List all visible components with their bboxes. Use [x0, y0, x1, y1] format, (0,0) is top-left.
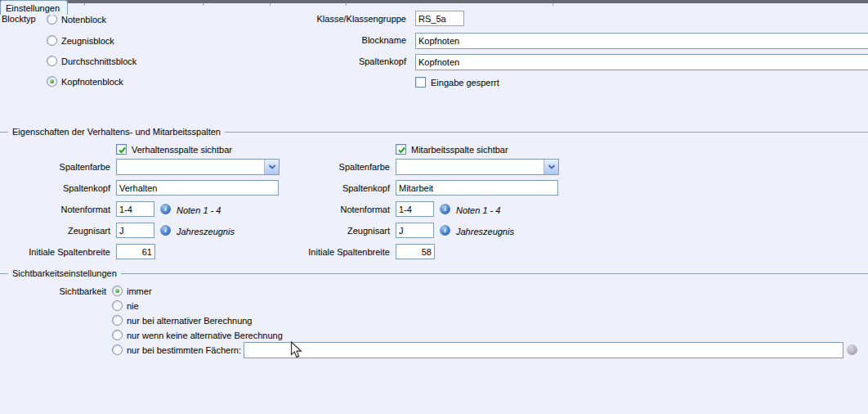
mitarbeitsspalte-sichtbar-checkbox[interactable]	[396, 144, 406, 155]
info-icon: i	[440, 204, 450, 214]
zeugnisart-hint: Jahreszeugnis	[177, 227, 235, 237]
spaltenbreite-input[interactable]	[396, 244, 435, 259]
radio-notenblock-label[interactable]: Notenblock	[61, 15, 106, 25]
properties-group-title: Eigenschaften der Verhaltens- und Mitarb…	[8, 127, 225, 137]
eingabe-gesperrt-checkbox[interactable]	[415, 77, 426, 88]
zeugnisart-hint: Jahreszeugnis	[456, 227, 514, 237]
radio-keine-alternative-label[interactable]: nur wenn keine alternative Berechnung	[127, 331, 283, 341]
spaltenfarbe-label: Spaltenfarbe	[280, 162, 390, 173]
top-splitter-bar	[0, 0, 868, 3]
radio-dot	[50, 79, 54, 83]
zeugnisart-input[interactable]	[396, 223, 434, 238]
notenformat-label: Notenformat	[280, 205, 390, 215]
spaltenkopf-label: Spaltenkopf	[0, 183, 110, 194]
radio-nie[interactable]	[112, 300, 123, 311]
eingabe-gesperrt-label[interactable]: Eingabe gesperrt	[431, 78, 499, 88]
radio-immer[interactable]	[112, 286, 123, 296]
spaltenkopf-header-label: Spaltenkopf	[286, 56, 406, 67]
visibility-group-title: Sichtbarkeitseinstellungen	[8, 268, 121, 279]
info-icon: i	[160, 204, 171, 214]
zeugnisart-label: Zeugnisart	[0, 226, 110, 236]
radio-immer-label[interactable]: immer	[127, 286, 152, 297]
blockname-input[interactable]	[415, 33, 868, 49]
radio-durchschnittsblock-label[interactable]: Durchschnittsblock	[61, 56, 136, 67]
radio-bestimmte-faecher[interactable]	[112, 344, 123, 355]
radio-alternative-berechnung-label[interactable]: nur bei alternativer Berechnung	[127, 316, 252, 326]
ruler-tick	[270, 3, 271, 6]
ruler-tick	[346, 3, 347, 6]
check-icon	[117, 145, 128, 155]
mouse-cursor	[290, 341, 303, 359]
spaltenfarbe-combo[interactable]	[396, 159, 559, 175]
radio-nie-label[interactable]: nie	[127, 301, 139, 312]
radio-zeugnisblock[interactable]	[47, 35, 57, 46]
spaltenbreite-label: Initiale Spaltenbreite	[280, 247, 390, 258]
sichtbarkeit-label: Sichtbarkeit	[0, 286, 106, 297]
radio-zeugnisblock-label[interactable]: Zeugnisblock	[61, 36, 114, 47]
radio-kopfnotenblock[interactable]	[47, 76, 57, 87]
blockname-label: Blockname	[286, 35, 406, 46]
info-icon: i	[440, 225, 450, 236]
zeugnisart-label: Zeugnisart	[280, 226, 390, 236]
spaltenkopf-input[interactable]	[396, 180, 558, 196]
spaltenbreite-input[interactable]	[116, 244, 155, 259]
chevron-down-icon	[547, 164, 557, 171]
combo-dropdown-button[interactable]	[264, 160, 279, 174]
notenformat-label: Notenformat	[0, 205, 110, 215]
spaltenfarbe-combo[interactable]	[116, 159, 280, 175]
radio-notenblock[interactable]	[47, 14, 57, 25]
spaltenfarbe-label: Spaltenfarbe	[0, 162, 110, 173]
radio-dot	[115, 289, 119, 293]
faecher-input[interactable]	[244, 342, 843, 358]
notenformat-input[interactable]	[116, 201, 154, 217]
ruler-tick	[553, 3, 553, 6]
spaltenkopf-header-input[interactable]	[415, 54, 868, 70]
combo-dropdown-button[interactable]	[544, 160, 558, 174]
chevron-down-icon	[267, 164, 277, 171]
notenformat-hint: Noten 1 - 4	[177, 205, 221, 216]
group-border	[0, 273, 868, 274]
info-icon: i	[160, 225, 171, 236]
tab-einstellungen[interactable]: Einstellungen	[0, 0, 68, 15]
verhaltensspalte-sichtbar-checkbox[interactable]	[116, 144, 127, 155]
ruler-tick	[84, 3, 85, 6]
spaltenkopf-input[interactable]	[116, 180, 279, 196]
mitarbeitsspalte-sichtbar-label[interactable]: Mitarbeitsspalte sichtbar	[411, 145, 508, 155]
check-icon	[396, 145, 407, 155]
info-icon-disabled: i	[847, 344, 857, 355]
radio-bestimmte-faecher-label[interactable]: nur bei bestimmten Fächern:	[127, 345, 241, 356]
zeugnisart-input[interactable]	[116, 223, 154, 238]
klasse-label: Klasse/Klassengruppe	[286, 14, 406, 25]
radio-keine-alternative[interactable]	[112, 330, 123, 340]
radio-alternative-berechnung[interactable]	[112, 315, 123, 326]
blocktyp-label: Blocktyp	[2, 14, 36, 25]
notenformat-hint: Noten 1 - 4	[456, 205, 500, 216]
spaltenbreite-label: Initiale Spaltenbreite	[0, 247, 110, 258]
verhaltensspalte-sichtbar-label[interactable]: Verhaltensspalte sichtbar	[132, 145, 232, 155]
spaltenkopf-label: Spaltenkopf	[280, 183, 390, 194]
settings-form: { "colors": { "background": "#eef0fb", "…	[0, 0, 868, 414]
radio-kopfnotenblock-label[interactable]: Kopfnotenblock	[61, 77, 123, 88]
radio-durchschnittsblock[interactable]	[47, 56, 57, 66]
klasse-input[interactable]	[415, 11, 464, 26]
ruler-tick	[203, 3, 204, 6]
notenformat-input[interactable]	[396, 201, 434, 217]
